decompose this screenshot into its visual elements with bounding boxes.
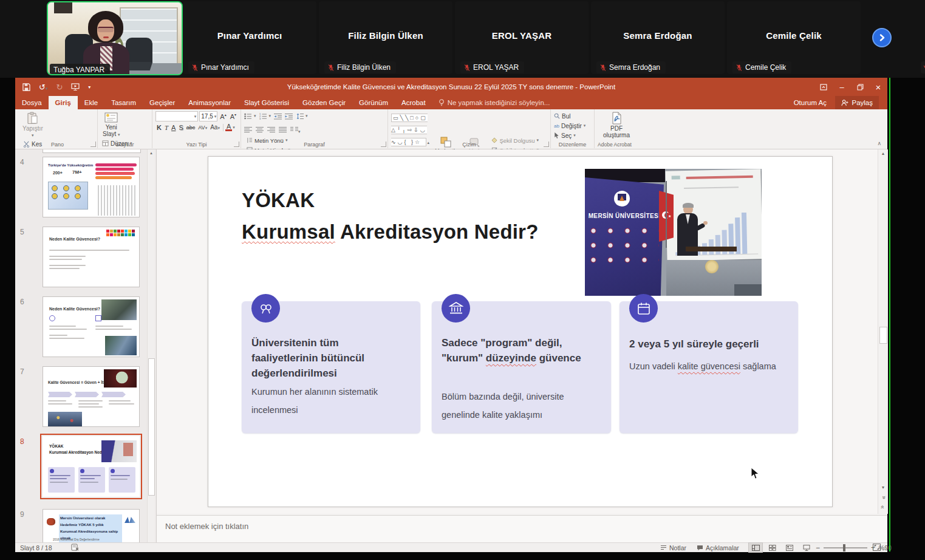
drawing-dialog-launcher[interactable] <box>544 142 549 147</box>
customize-qat-icon[interactable]: ▾ <box>88 84 90 90</box>
tab-gozden-gecir[interactable]: Gözden Geçir <box>296 96 352 109</box>
slide-thumbnail-9[interactable]: Mersin Üniversitesi olarak Hedefimiz YÖK… <box>43 509 140 542</box>
bank-icon <box>442 294 470 323</box>
create-pdf-button[interactable]: PDF oluşturma <box>598 111 635 139</box>
align-right-button[interactable] <box>267 125 275 135</box>
banner-logo-pattern <box>587 225 659 268</box>
line-spacing-button[interactable]: ▾ <box>296 111 308 121</box>
next-slide-button[interactable]: » <box>879 502 887 512</box>
slide-thumbnail-8[interactable]: YÖKAK Kurumsal Akreditasyon Nedir? <box>43 436 140 497</box>
tell-me-box[interactable]: Ne yapmak istediğinizi söyleyin... <box>432 96 556 109</box>
next-participants-button[interactable] <box>872 28 892 47</box>
bold-button[interactable]: K <box>155 124 163 131</box>
save-icon[interactable] <box>22 83 30 91</box>
zoom-out-button[interactable]: − <box>816 544 820 552</box>
thumbnail-3-sliver[interactable] <box>43 149 141 153</box>
paragraph-dialog-launcher[interactable] <box>381 142 386 147</box>
search-icon <box>554 113 560 119</box>
zoom-slider-handle[interactable] <box>843 544 845 551</box>
tab-ekle[interactable]: Ekle <box>78 96 104 109</box>
slide-photo[interactable]: MERSİN ÜNİVERSİTESİ <box>585 169 762 296</box>
slide-thumbnail-5[interactable]: Neden Kalite Güvencesi? <box>43 227 140 287</box>
character-spacing-button[interactable]: AV▾ <box>197 125 208 131</box>
notes-toggle[interactable]: Notlar <box>660 543 686 552</box>
mini-logo-left <box>47 518 55 525</box>
tab-animasyonlar[interactable]: Animasyonlar <box>182 96 237 109</box>
increase-indent-button[interactable] <box>285 111 293 121</box>
align-center-button[interactable] <box>256 125 264 135</box>
strikethrough-button[interactable]: abc <box>185 125 197 131</box>
feature-card-3[interactable]: 2 veya 5 yıl süreyle geçerli Uzun vadeli… <box>620 301 798 433</box>
normal-view-button[interactable] <box>749 543 762 552</box>
tab-giris[interactable]: Giriş <box>49 96 78 109</box>
editor-vertical-scrollbar[interactable]: ▴ ▾ » » <box>878 149 888 514</box>
decrease-indent-button[interactable] <box>274 111 282 121</box>
participant-video-tile[interactable]: Tuğba YANPAR <box>47 1 183 75</box>
undo-icon[interactable]: ↺▾ <box>39 83 47 92</box>
share-button[interactable]: Paylaş <box>835 96 879 109</box>
underline-button[interactable]: A <box>170 124 177 131</box>
text-shadow-button[interactable]: S <box>177 124 184 131</box>
tab-gecisler[interactable]: Geçişler <box>143 96 182 109</box>
font-dialog-launcher[interactable] <box>234 142 239 147</box>
slide-title[interactable]: YÖKAK Kurumsal Akreditasyon Nedir? <box>242 185 582 248</box>
scroll-down-icon[interactable]: ▾ <box>878 485 888 493</box>
change-case-button[interactable]: Aa▾ <box>209 124 221 131</box>
notes-pane[interactable]: Not eklemek için tıklatın <box>157 515 887 542</box>
grow-font-button[interactable]: A▴ <box>219 112 227 120</box>
italic-button[interactable]: T <box>163 124 169 131</box>
close-button[interactable]: × <box>869 78 887 96</box>
font-size-combobox[interactable]: 17,5▾ <box>199 111 217 121</box>
thumbnail-scrollbar[interactable]: ▴ <box>147 149 155 542</box>
find-button[interactable]: Bul <box>554 111 585 121</box>
slide-canvas[interactable]: YÖKAK Kurumsal Akreditasyon Nedir? MERSİ… <box>208 156 833 507</box>
tab-acrobat[interactable]: Acrobat <box>395 96 432 109</box>
sign-in-button[interactable]: Oturum Aç <box>794 96 827 109</box>
ribbon-display-options-button[interactable] <box>814 78 833 96</box>
slideshow-view-button[interactable] <box>800 543 813 552</box>
font-name-combobox[interactable]: ▾ <box>155 111 198 121</box>
columns-button[interactable]: ▾ <box>290 125 301 135</box>
feature-card-1[interactable]: Üniversitenin tüm faaliyetlerinin bütünc… <box>242 301 420 433</box>
tab-slayt-gosterisi[interactable]: Slayt Gösterisi <box>237 96 296 109</box>
mini-card <box>109 467 135 493</box>
shrink-font-button[interactable]: A▾ <box>229 112 237 120</box>
justify-button[interactable] <box>279 125 287 135</box>
spellcheck-icon[interactable] <box>71 544 79 552</box>
feature-card-2[interactable]: Sadece "program" değil, "kurum" düzeyind… <box>432 301 611 433</box>
slide-thumbnail-6[interactable]: Neden Kalite Güvencesi? <box>43 296 140 357</box>
bullets-button[interactable]: ▾ <box>244 111 256 121</box>
ribbon-group-acrobat: PDF oluşturma Adobe Acrobat <box>595 109 635 148</box>
tab-dosya[interactable]: Dosya <box>15 96 49 109</box>
slide-thumbnail-4[interactable]: Türkiye'de Yükseköğretim 200+ 7M+ <box>43 157 140 217</box>
slide-thumbnail-7[interactable]: Kalite Güvencesi = Güven + İtibar <box>43 366 140 427</box>
new-slide-button[interactable]: Yeni Slayt ▾ <box>101 111 122 138</box>
scrollbar-thumb[interactable] <box>879 327 887 344</box>
replace-button[interactable]: abDeğiştir▾ <box>554 121 585 131</box>
tab-gorunum[interactable]: Görünüm <box>352 96 395 109</box>
minimize-button[interactable]: – <box>833 78 851 96</box>
participant-name: Pınar Yardımcı <box>183 30 316 41</box>
comments-toggle[interactable]: Açıklamalar <box>697 543 739 552</box>
card-title: Üniversitenin tüm faaliyetlerinin bütünc… <box>251 335 403 381</box>
reading-view-button[interactable] <box>783 543 796 552</box>
previous-slide-button[interactable]: » <box>879 493 887 502</box>
restore-button[interactable] <box>851 78 869 96</box>
thumbnail-scroll-up-icon[interactable]: ▴ <box>148 151 155 155</box>
pano-dialog-launcher[interactable] <box>90 142 96 147</box>
zoom-slider[interactable] <box>824 547 867 548</box>
slideshow-icon[interactable] <box>71 83 80 90</box>
redo-icon[interactable]: ↻ <box>56 83 63 92</box>
scroll-up-icon[interactable]: ▴ <box>878 151 888 159</box>
fit-slide-button[interactable] <box>873 544 881 552</box>
select-button[interactable]: Seç▾ <box>554 131 585 140</box>
numbering-button[interactable]: 123▾ <box>259 111 271 121</box>
lightbulb-icon <box>439 99 445 106</box>
align-left-button[interactable] <box>244 125 252 135</box>
tab-tasarim[interactable]: Tasarım <box>104 96 143 109</box>
slide-sorter-view-button[interactable] <box>766 543 779 552</box>
paste-button[interactable]: Yapıştır▾ <box>21 111 45 139</box>
collapse-ribbon-button[interactable]: ∧ <box>877 140 881 146</box>
thumbnail-scrollbar-thumb[interactable] <box>148 358 155 496</box>
font-color-button[interactable]: A <box>225 123 232 131</box>
